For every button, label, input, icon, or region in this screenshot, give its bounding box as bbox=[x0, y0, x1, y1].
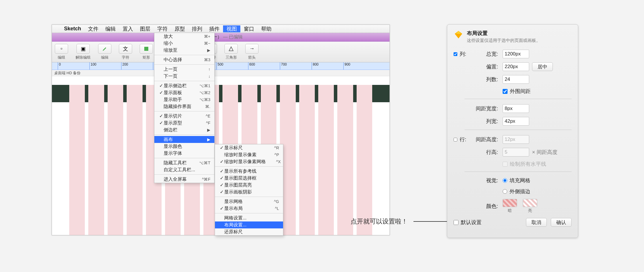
menu-item[interactable]: 缩放时显示像素^P bbox=[215, 151, 283, 158]
menu-item[interactable]: ✓显示图层高亮 bbox=[215, 182, 283, 189]
toolbar-arrow-button[interactable]: → bbox=[245, 44, 259, 54]
ruler-tick: 700 bbox=[280, 62, 287, 70]
menu-file[interactable]: 文件 bbox=[85, 25, 102, 32]
panel-subtitle: 这些设置仅适用于选中的页面或画板。 bbox=[467, 38, 540, 43]
menu-layer[interactable]: 图层 bbox=[136, 25, 154, 32]
menu-item[interactable]: 缩小⌘− bbox=[154, 40, 214, 47]
ruler-tick: 500 bbox=[216, 62, 223, 70]
toolbar-rect-button[interactable] bbox=[140, 44, 153, 54]
ruler-tick: 100 bbox=[89, 62, 96, 70]
menu-item[interactable]: 缩放至▶ bbox=[154, 47, 214, 54]
menu-window[interactable]: 窗口 bbox=[240, 25, 258, 32]
menu-item[interactable]: 上一页↑ bbox=[154, 66, 214, 73]
ruler-tick: 0 bbox=[58, 62, 61, 70]
menu-item[interactable]: ✓显示所有参考线 bbox=[215, 168, 283, 175]
draw-all-checkbox[interactable]: 绘制所有水平线 bbox=[503, 161, 546, 167]
menu-help[interactable]: 帮助 bbox=[258, 25, 275, 32]
menu-item[interactable]: 自定义工具栏... bbox=[154, 166, 214, 173]
color-light-swatch[interactable] bbox=[523, 199, 537, 207]
cancel-button[interactable]: 取消 bbox=[526, 218, 547, 227]
visual-fill-radio[interactable]: 填充网格 bbox=[503, 177, 530, 184]
panel-title: 布局设置 bbox=[467, 30, 540, 37]
ruler-tick: 900 bbox=[343, 62, 350, 70]
column-width-input[interactable]: 42px bbox=[503, 117, 529, 126]
toolbar-edit-button[interactable] bbox=[98, 44, 111, 54]
menu-item[interactable]: 放大⌘+ bbox=[154, 33, 214, 40]
menu-arrange[interactable]: 排列 bbox=[188, 25, 206, 32]
menu-item[interactable]: ✓显示布局^L bbox=[215, 205, 283, 212]
center-button[interactable]: 居中 bbox=[532, 62, 553, 71]
gutter-width-input[interactable]: 8px bbox=[503, 104, 529, 113]
visual-stroke-radio[interactable]: 外侧描边 bbox=[503, 188, 530, 195]
total-width-input[interactable]: 1200px bbox=[503, 50, 529, 58]
menu-item[interactable]: ✓显示侧边栏⌥⌘1 bbox=[154, 82, 214, 89]
row-height-input[interactable]: 5 bbox=[503, 148, 529, 157]
menu-item[interactable]: 布局设置... bbox=[215, 221, 283, 228]
ruler[interactable]: 0100200300400500600700800900 bbox=[52, 62, 390, 70]
menu-item[interactable]: ✓显示标尺^R bbox=[215, 144, 283, 151]
menu-view[interactable]: 视图 bbox=[223, 25, 240, 32]
color-dark-swatch[interactable] bbox=[503, 199, 517, 207]
menu-item[interactable]: 显示助手⌥⌘3 bbox=[154, 96, 214, 103]
menu-item[interactable]: 隐藏操作界面⌘. bbox=[154, 103, 214, 110]
view-menu[interactable]: 放大⌘+缩小⌘−缩放至▶中心选择⌘3上一页↑下一页↓✓显示侧边栏⌥⌘1✓显示面板… bbox=[154, 33, 215, 183]
menu-item[interactable]: ✓显示面板⌥⌘2 bbox=[154, 89, 214, 96]
titlebar: 设计（一） — 已编辑 bbox=[52, 33, 390, 42]
menu-text[interactable]: 字符 bbox=[154, 25, 171, 32]
menu-item[interactable]: ✓显示画板阴影 bbox=[215, 189, 283, 195]
menu-item[interactable]: 侧边栏▶ bbox=[154, 126, 214, 133]
menu-item[interactable]: 中心选择⌘3 bbox=[154, 56, 214, 63]
ruler-tick: 600 bbox=[248, 62, 255, 70]
menu-insert[interactable]: 置入 bbox=[119, 25, 136, 32]
menu-item[interactable]: 网格设置... bbox=[215, 215, 283, 221]
menu-item[interactable]: 显示网格^G bbox=[215, 198, 283, 205]
menu-proto[interactable]: 原型 bbox=[171, 25, 188, 32]
menu-item[interactable]: 进入全屏幕^⌘F bbox=[154, 176, 214, 183]
outer-gutter-checkbox[interactable]: 外围间距 bbox=[503, 88, 531, 95]
columns-checkbox[interactable]: 列: bbox=[454, 51, 465, 57]
rows-checkbox[interactable]: 行: bbox=[454, 136, 465, 143]
app-name[interactable]: Sketch bbox=[61, 26, 85, 32]
toolbar-text-button[interactable]: 文 bbox=[119, 44, 132, 54]
column-count-input[interactable]: 24 bbox=[503, 75, 529, 84]
ok-button[interactable]: 确认 bbox=[551, 218, 572, 227]
svg-rect-0 bbox=[144, 47, 148, 51]
sketch-diamond-icon bbox=[454, 30, 463, 40]
menu-item[interactable]: ✓显示原型^F bbox=[154, 120, 214, 126]
menubar: Sketch 文件 编辑 置入 图层 字符 原型 排列 插件 视图 窗口 帮助 bbox=[52, 25, 390, 33]
menu-item[interactable]: ✓显示图层选择框 bbox=[215, 175, 283, 182]
menu-item[interactable]: 画布▶ bbox=[154, 136, 214, 143]
menu-item[interactable]: 下一页↓ bbox=[154, 73, 214, 80]
artboard-label: 桌面端 HD 备份 bbox=[52, 70, 390, 76]
menu-item[interactable]: ✓显示切片^E bbox=[154, 113, 214, 120]
canvas-submenu[interactable]: ✓显示标尺^R缩放时显示像素^P✓缩放时显示像素网格^X✓显示所有参考线✓显示图… bbox=[215, 144, 283, 236]
offset-input[interactable]: 220px bbox=[503, 62, 529, 71]
toolbar-triangle-button[interactable] bbox=[224, 44, 238, 54]
layout-settings-panel: 布局设置 这些设置仅适用于选中的页面或画板。 列: 总宽: 1200px 偏置:… bbox=[447, 24, 578, 238]
menu-plugins[interactable]: 插件 bbox=[206, 25, 223, 32]
toolbar: ▫编组 ▣解除编组 编辑 文字符 矩形 椭圆形 圆角矩形 ◧组合并 三角形 →箭… bbox=[52, 42, 390, 62]
default-checkbox[interactable]: 默认设置 bbox=[454, 219, 482, 226]
menu-edit[interactable]: 编辑 bbox=[102, 25, 119, 32]
menu-item[interactable]: 显示颜色 bbox=[154, 143, 214, 150]
menu-item[interactable]: 隐藏工具栏⌥⌘T bbox=[154, 159, 214, 166]
menu-item[interactable]: 显示字体 bbox=[154, 150, 214, 157]
row-gutter-input[interactable]: 12px bbox=[503, 135, 529, 144]
menu-item[interactable]: ✓缩放时显示像素网格^X bbox=[215, 158, 283, 165]
toolbar-group-button[interactable]: ▫ bbox=[55, 44, 68, 54]
menu-item[interactable]: 还原标尺 bbox=[215, 228, 283, 235]
toolbar-ungroup-button[interactable]: ▣ bbox=[76, 44, 90, 54]
ruler-tick: 800 bbox=[312, 62, 319, 70]
ruler-tick: 200 bbox=[121, 62, 128, 70]
